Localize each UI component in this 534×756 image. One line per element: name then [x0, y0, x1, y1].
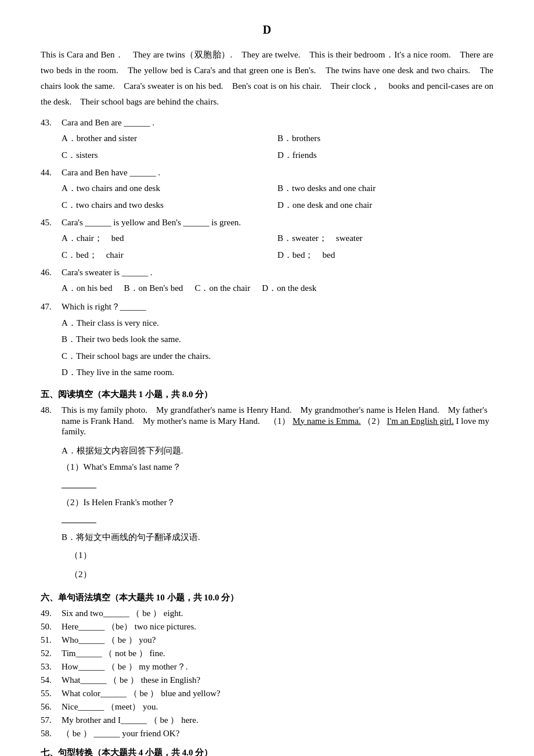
q52-num: 52. — [41, 649, 62, 658]
passage-text: This is Cara and Ben． They are twins（双胞胎… — [41, 47, 493, 110]
q57: 57. My brother and I______ （ be ） here. — [41, 715, 493, 726]
q48-passage: This is my family photo. My grandfather'… — [62, 405, 493, 437]
q48-sub1-answer-line[interactable] — [62, 478, 96, 488]
q48-sub1: （1）What's Emma's last name？ — [62, 459, 493, 476]
q43-optA: A．brother and sister — [62, 130, 277, 147]
q58-text: （ be ） ______ your friend OK? — [62, 728, 493, 739]
q51: 51. Who______ （ be ） you? — [41, 635, 493, 646]
section7-header: 七、句型转换（本大题共 4 小题，共 4.0 分） — [41, 747, 493, 757]
q56-text: Nice______ （meet） you. — [62, 701, 493, 712]
question-44: 44. Cara and Ben have ______ . A．two cha… — [41, 168, 493, 213]
question-45: 45. Cara's ______ is yellow and Ben's __… — [41, 218, 493, 263]
q43-optC: C．sisters — [62, 147, 277, 164]
q51-num: 51. — [41, 635, 62, 645]
q47-optD: D．They live in the same room. — [62, 364, 493, 381]
q45-optB: B．sweater； sweater — [277, 230, 493, 247]
q46-optA: A．on his bed — [62, 280, 113, 297]
q50-text: Here______ （be） two nice pictures. — [62, 621, 493, 632]
section5-header: 五、阅读填空（本大题共 1 小题，共 8.0 分） — [41, 389, 493, 400]
q48-A-label: A．根据短文内容回答下列问题. — [62, 442, 493, 459]
q58-num: 58. — [41, 729, 62, 739]
q55-text: What color______ （ be ） blue and yellow? — [62, 688, 493, 699]
q48-section-B: B．将短文中画线的句子翻译成汉语. （1） （2） — [41, 529, 493, 584]
q57-text: My brother and I______ （ be ） here. — [62, 715, 493, 726]
q46-optB: B．on Ben's bed — [124, 280, 183, 297]
q57-num: 57. — [41, 715, 62, 725]
q43-optB: B．brothers — [277, 130, 493, 147]
q43-text: Cara and Ben are ______ . — [62, 118, 493, 128]
q44-num: 44. — [41, 168, 62, 178]
q45-optD: D．bed； bed — [277, 247, 493, 264]
q49: 49. Six and two______ （ be ） eight. — [41, 608, 493, 619]
q50-num: 50. — [41, 622, 62, 632]
q43-num: 43. — [41, 118, 62, 128]
q48-underline2: I'm an English girl. — [387, 416, 454, 426]
q44-optC: C．two chairs and two desks — [62, 197, 277, 214]
q44-options: A．two chairs and one desk B．two desks an… — [62, 180, 493, 213]
q44-optA: A．two chairs and one desk — [62, 180, 277, 197]
q45-text: Cara's ______ is yellow and Ben's ______… — [62, 218, 493, 228]
q45-num: 45. — [41, 218, 62, 228]
q46-num: 46. — [41, 268, 62, 278]
question-48: 48. This is my family photo. My grandfat… — [41, 405, 493, 584]
q47-options: A．Their class is very nice. B．Their two … — [62, 315, 493, 381]
q54-num: 54. — [41, 675, 62, 685]
q52-text: Tim______ （ not be ） fine. — [62, 648, 493, 659]
q51-text: Who______ （ be ） you? — [62, 635, 493, 646]
grammar-questions: 49. Six and two______ （ be ） eight. 50. … — [41, 608, 493, 739]
q46-optD: D．on the desk — [262, 280, 316, 297]
q43-options: A．brother and sister B．brothers C．sister… — [62, 130, 493, 163]
q47-text: Which is right？______ — [62, 301, 493, 312]
q44-optD: D．one desk and one chair — [277, 197, 493, 214]
question-43: 43. Cara and Ben are ______ . A．brother … — [41, 118, 493, 163]
q53-text: How______ （ be ） my mother？. — [62, 661, 493, 672]
q53-num: 53. — [41, 662, 62, 672]
q48-sub2: （2）Is Helen Frank's mother？ — [62, 494, 493, 511]
q54-text: What______ （ be ） these in English? — [62, 675, 493, 686]
q44-optB: B．two desks and one chair — [277, 180, 493, 197]
page-title: D — [41, 23, 493, 37]
q48-num: 48. — [41, 405, 62, 415]
q48-sub2-answer-line[interactable] — [62, 513, 96, 523]
q55: 55. What color______ （ be ） blue and yel… — [41, 688, 493, 699]
q46-options: A．on his bed B．on Ben's bed C．on the cha… — [62, 280, 493, 297]
section6-header: 六、单句语法填空（本大题共 10 小题，共 10.0 分） — [41, 592, 493, 603]
q56: 56. Nice______ （meet） you. — [41, 701, 493, 712]
q43-optD: D．friends — [277, 147, 493, 164]
q48-trans2: （2） — [70, 565, 493, 584]
q48-trans1: （1） — [70, 546, 493, 565]
q53: 53. How______ （ be ） my mother？. — [41, 661, 493, 672]
q55-num: 55. — [41, 689, 62, 699]
q49-num: 49. — [41, 609, 62, 618]
q48-section-A: A．根据短文内容回答下列问题. （1）What's Emma's last na… — [41, 442, 493, 524]
q48-B-label: B．将短文中画线的句子翻译成汉语. — [62, 529, 493, 546]
q49-text: Six and two______ （ be ） eight. — [62, 608, 493, 619]
q47-optB: B．Their two beds look the same. — [62, 331, 493, 348]
question-47: 47. Which is right？______ A．Their class … — [41, 301, 493, 381]
q56-num: 56. — [41, 702, 62, 712]
q47-optC: C．Their school bags are under the chairs… — [62, 348, 493, 365]
question-46: 46. Cara's sweater is ______ . A．on his … — [41, 268, 493, 297]
q48-underline1: My name is Emma. — [293, 416, 360, 426]
q44-text: Cara and Ben have ______ . — [62, 168, 493, 178]
q45-optA: A．chair； bed — [62, 230, 277, 247]
q54: 54. What______ （ be ） these in English? — [41, 675, 493, 686]
q45-options: A．chair； bed B．sweater； sweater C．bed； c… — [62, 230, 493, 263]
q47-optA: A．Their class is very nice. — [62, 315, 493, 332]
q46-text: Cara's sweater is ______ . — [62, 268, 493, 278]
q52: 52. Tim______ （ not be ） fine. — [41, 648, 493, 659]
q58: 58. （ be ） ______ your friend OK? — [41, 728, 493, 739]
q45-optC: C．bed； chair — [62, 247, 277, 264]
q47-num: 47. — [41, 302, 62, 312]
q46-optC: C．on the chair — [194, 280, 250, 297]
q50: 50. Here______ （be） two nice pictures. — [41, 621, 493, 632]
